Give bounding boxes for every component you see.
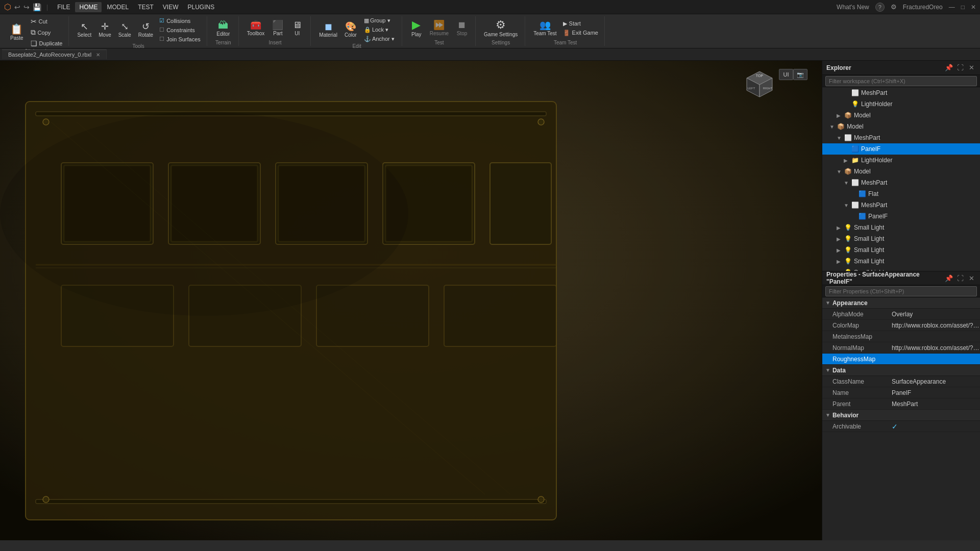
toolbox-button[interactable]: 🧰 Toolbox [244,19,267,38]
tree-item-meshpart-3[interactable]: ▼⬜MeshPart [822,177,980,188]
tree-expand-arrow[interactable]: ▼ [844,203,851,208]
tab-close-icon[interactable]: ✕ [96,52,100,58]
tree-item-meshpart-4[interactable]: ▼⬜MeshPart [822,199,980,211]
tree-expand-arrow[interactable]: ▶ [837,259,844,264]
window-close[interactable]: ✕ [971,4,976,11]
select-button[interactable]: ↖ Select [74,20,94,39]
whats-new-link[interactable]: What's New [837,4,869,11]
tree-item-meshpart-2[interactable]: ▼⬜MeshPart [822,132,980,143]
camera-button[interactable]: 📷 [793,69,807,80]
tree-item-model-1[interactable]: ▶📦Model [822,110,980,121]
collisions-checkbox[interactable]: ☑ Collisions [157,16,203,25]
prop-row-normal-map[interactable]: NormalMaphttp://www.roblox.com/asset/?id… [822,342,980,354]
paste-button[interactable]: 📋 Paste [6,23,28,42]
prop-row-parent[interactable]: ParentMeshPart [822,398,980,410]
properties-close-button[interactable]: ✕ [967,273,976,283]
window-minimize[interactable]: — [949,4,955,11]
tree-item-smalllight-1[interactable]: ▶💡Small Light [822,222,980,233]
tree-expand-arrow[interactable]: ▼ [844,180,851,186]
menu-file[interactable]: FILE [53,2,74,12]
part-button[interactable]: ⬛ Part [268,19,287,38]
scale-button[interactable]: ⤡ Scale [115,20,134,39]
tree-item-panelf-2[interactable]: 🟦PanelF [822,211,980,222]
prop-row-roughness-map[interactable]: RoughnessMap [822,354,980,365]
rotate-button[interactable]: ↺ Rotate [135,20,156,39]
tree-item-smalllight-4[interactable]: ▶💡Small Light [822,256,980,267]
properties-search-input[interactable] [825,286,977,296]
prop-value-parent[interactable]: MeshPart [889,400,980,408]
team-test-button[interactable]: 👥 Team Test [530,19,559,38]
explorer-expand-button[interactable]: ⛶ [955,63,965,72]
tree-item-lightholder-top[interactable]: 💡LightHolder [822,98,980,110]
explorer-search-input[interactable] [825,76,977,86]
window-maximize[interactable]: □ [961,4,965,11]
tree-item-model-2[interactable]: ▼📦Model [822,121,980,132]
save-button[interactable]: 💾 [33,3,41,11]
color-button[interactable]: 🎨 Color [341,20,360,39]
tree-expand-arrow[interactable]: ▶ [837,225,844,231]
ui-toggle-button[interactable]: UI [779,69,793,80]
editor-button[interactable]: 🏔 Editor [213,18,233,38]
game-settings-button[interactable]: ⚙ Game Settings [481,18,521,39]
constraints-checkbox[interactable]: ☐ Constraints [157,26,203,34]
menu-model[interactable]: MODEL [103,2,133,12]
tree-item-panelf-1[interactable]: 🟦PanelF [822,143,980,155]
move-button[interactable]: ✛ Move [95,20,114,39]
prop-row-name[interactable]: NamePanelF [822,387,980,398]
prop-row-color-map[interactable]: ColorMaphttp://www.roblox.com/asset/?id=… [822,320,980,331]
duplicate-button[interactable]: ❏ Duplicate [29,38,65,48]
settings-icon[interactable]: ⚙ [891,3,897,11]
material-button[interactable]: ◼ Material [316,20,340,39]
resume-button[interactable]: ⏩ Resume [427,19,452,38]
viewport[interactable]: TOP LEFT RIGHT UI 📷 [0,61,822,540]
lock-dropdown[interactable]: 🔒 Lock ▾ [361,26,398,34]
tree-expand-arrow[interactable]: ▶ [837,113,844,118]
tree-item-model-3[interactable]: ▼📦Model [822,166,980,177]
tree-expand-arrow[interactable]: ▶ [844,158,851,163]
prop-section-appearance[interactable]: ▼Appearance [822,297,980,309]
play-button[interactable]: ▶ Play [407,18,426,39]
prop-value-name[interactable]: PanelF [889,389,980,396]
tree-item-meshpart-top[interactable]: ⬜MeshPart [822,87,980,98]
tree-expand-arrow[interactable]: ▼ [837,169,844,174]
ui-button[interactable]: 🖥 UI [288,19,306,38]
tree-item-flat[interactable]: 🟦Flat [822,188,980,199]
explorer-pin-button[interactable]: 📌 [944,63,953,72]
tree-item-smalllight-5[interactable]: ▶💡Small Light [822,267,980,271]
properties-pin-button[interactable]: 📌 [944,273,953,283]
tree-item-smalllight-3[interactable]: ▶💡Small Light [822,244,980,256]
tree-expand-arrow[interactable]: ▶ [837,247,844,253]
main-tab[interactable]: Baseplate2_AutoRecovery_0.rbxl ✕ [2,49,107,59]
prop-row-classname[interactable]: ClassNameSurfaceAppearance [822,376,980,387]
stop-button[interactable]: ⏹ Stop [453,19,471,38]
tree-expand-arrow[interactable]: ▼ [837,135,844,141]
prop-row-archivable[interactable]: Archivable✓ [822,421,980,432]
menu-plugins[interactable]: PLUGINS [184,2,219,12]
account-label[interactable]: FracturedOreo [903,4,943,11]
prop-row-alpha-mode[interactable]: AlphaModeOverlay [822,309,980,320]
properties-expand-button[interactable]: ⛶ [955,273,965,283]
exit-game-button[interactable]: 🚪 Exit Game [561,29,600,37]
prop-value-alpha-mode[interactable]: Overlay [889,311,980,318]
tree-expand-arrow[interactable]: ▶ [837,236,844,242]
prop-value-classname[interactable]: SurfaceAppearance [889,378,980,385]
prop-value-color-map[interactable]: http://www.roblox.com/asset/?id=56729034… [889,322,980,329]
cut-button[interactable]: ✂ Cut [29,16,65,27]
explorer-close-button[interactable]: ✕ [967,63,976,72]
start-button[interactable]: ▶ Start [561,19,600,28]
undo-button[interactable]: ↩ [14,3,20,11]
menu-test[interactable]: TEST [134,2,158,12]
prop-value-normal-map[interactable]: http://www.roblox.com/asset/?id=56728736… [889,344,980,352]
help-icon[interactable]: ? [875,3,885,12]
explorer-tree[interactable]: ⬜MeshPart💡LightHolder▶📦Model▼📦Model▼⬜Mes… [822,87,980,271]
prop-section-behavior[interactable]: ▼Behavior [822,410,980,421]
anchor-dropdown[interactable]: ⚓ Anchor ▾ [361,35,398,43]
redo-button[interactable]: ↪ [23,3,30,11]
tree-item-smalllight-2[interactable]: ▶💡Small Light [822,233,980,244]
copy-button[interactable]: ⧉ Copy [29,27,65,38]
menu-home[interactable]: HOME [75,2,102,12]
group-dropdown[interactable]: ▦ Group ▾ [361,16,398,25]
join-surfaces-checkbox[interactable]: ☐ Join Surfaces [157,35,203,43]
prop-section-data[interactable]: ▼Data [822,365,980,376]
prop-row-metalness-map[interactable]: MetalnessMap [822,331,980,342]
